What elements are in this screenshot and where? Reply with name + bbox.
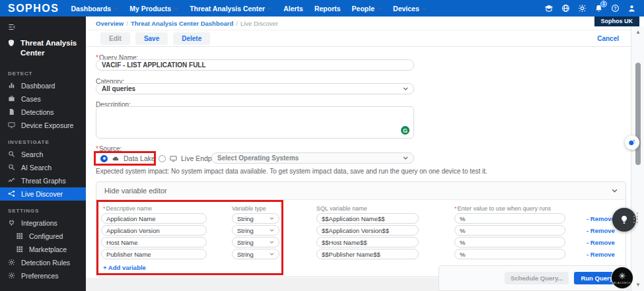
sidebar-item-preferences[interactable]: Preferences — [0, 269, 86, 282]
breadcrumb-current: Live Discover — [240, 20, 278, 27]
variable-value-input[interactable] — [454, 237, 565, 247]
sql-variable-name-input[interactable] — [316, 225, 419, 236]
breadcrumb-overview[interactable]: Overview — [96, 20, 124, 27]
sophos-logo: SOPHOS — [8, 3, 59, 15]
nav-threat-analysis-center[interactable]: Threat Analysis Center — [190, 5, 272, 13]
nav-right-icons: 1 ? — [544, 4, 644, 13]
nav-dashboards[interactable]: Dashboards — [71, 5, 118, 13]
document-icon — [7, 108, 15, 115]
help-icon[interactable]: ? — [610, 4, 620, 13]
widget-drag-handle[interactable] — [633, 212, 638, 223]
delete-button[interactable]: Delete — [173, 32, 210, 45]
edit-button[interactable]: Edit — [100, 32, 130, 45]
radio-unselected-icon[interactable] — [159, 155, 166, 162]
scrollbar-up-arrow[interactable]: ▲ — [634, 29, 642, 35]
variable-name-input[interactable] — [101, 237, 207, 247]
radio-selected-icon[interactable] — [100, 155, 108, 162]
feedback-lightbulb-icon[interactable] — [612, 208, 636, 232]
sidebar-section-investigate: INVESTIGATE — [0, 132, 86, 148]
sidebar-item-configured[interactable]: Configured — [0, 230, 86, 243]
category-select[interactable]: All queries — [96, 83, 414, 94]
search-icon — [7, 164, 15, 171]
training-icon[interactable] — [544, 4, 554, 13]
variable-editor-header[interactable]: Hide variable editor — [96, 182, 626, 200]
variable-name-input[interactable] — [101, 249, 207, 259]
sidebar-item-marketplace[interactable]: Marketplace — [0, 243, 86, 256]
bell-icon[interactable]: 1 — [594, 4, 603, 13]
sidebar-item-ai-search[interactable]: AI Search — [0, 161, 86, 174]
remove-variable-link[interactable]: - Remove — [587, 215, 615, 222]
variable-type-select[interactable]: String — [232, 237, 279, 247]
system-impact-text: Expected system impact: No system impact… — [96, 168, 487, 175]
cancel-link[interactable]: Cancel — [597, 35, 619, 42]
scrollbar-down-arrow[interactable]: ▼ — [634, 282, 642, 288]
chevron-down-icon — [269, 253, 274, 255]
collapse-menu-icon[interactable] — [0, 22, 86, 34]
nav-my-products[interactable]: My Products — [129, 5, 178, 13]
plug-icon — [7, 219, 15, 226]
chevron-down-icon — [174, 7, 178, 10]
breadcrumb-tac-dashboard[interactable]: Threat Analysis Center Dashboard — [131, 20, 233, 27]
sql-variable-name-input[interactable] — [316, 237, 419, 247]
globe-icon[interactable] — [561, 4, 570, 13]
variable-type-select[interactable]: String — [232, 249, 279, 259]
line-graph-icon — [7, 177, 15, 184]
remove-variable-link[interactable]: - Remove — [587, 239, 615, 246]
gear-icon[interactable] — [577, 4, 587, 13]
required-asterisk: * — [96, 145, 98, 152]
variable-type-select[interactable]: String — [232, 225, 279, 236]
sidebar-item-integrations[interactable]: Integrations — [0, 216, 86, 230]
sidebar-item-detection-rules[interactable]: Detection Rules — [0, 256, 86, 269]
query-name-input[interactable] — [96, 59, 414, 71]
add-variable-link[interactable]: + Add variable — [103, 264, 146, 271]
variable-name-input[interactable] — [101, 213, 207, 224]
column-descriptive-name: *Descriptive name — [103, 205, 152, 212]
nav-alerts[interactable]: Alerts — [283, 5, 303, 13]
nav-people[interactable]: People — [352, 5, 382, 13]
chevron-down-icon — [268, 7, 272, 10]
variable-value-input[interactable] — [454, 249, 565, 259]
grammarly-icon[interactable]: G — [401, 126, 410, 135]
tenant-badge: Sophos UK — [594, 16, 640, 26]
query-actions-bar: Schedule Query... Run Query — [439, 265, 627, 291]
sidebar-item-threat-graphs[interactable]: Threat Graphs — [0, 174, 86, 187]
sidebar-item-search[interactable]: Search — [0, 148, 86, 161]
variable-value-input[interactable] — [454, 213, 565, 224]
sidebar-section-detect: DETECT — [0, 63, 86, 79]
remove-variable-link[interactable]: - Remove — [587, 251, 615, 258]
chevron-down-icon — [114, 7, 118, 10]
variable-value-input[interactable] — [454, 225, 565, 236]
account-icon[interactable] — [627, 4, 636, 13]
svg-text:?: ? — [614, 6, 616, 11]
gear-icon — [7, 272, 15, 279]
sql-variable-name-input[interactable] — [316, 249, 419, 259]
sidebar-item-detections[interactable]: Detections — [0, 106, 86, 119]
operating-systems-select[interactable]: Select Operating Systems — [211, 152, 414, 164]
chevron-down-icon — [612, 189, 618, 193]
sql-variable-name-input[interactable] — [316, 213, 419, 224]
breadcrumb: Overview/Threat Analysis Center Dashboar… — [96, 20, 278, 27]
sidebar-item-cases[interactable]: Cases — [0, 92, 86, 106]
top-navigation: SOPHOS Dashboards My Products Threat Ana… — [0, 0, 644, 16]
assistant-widget[interactable] — [625, 135, 639, 150]
bar-chart-icon — [7, 82, 15, 89]
variable-type-select[interactable]: String — [232, 213, 279, 224]
schedule-query-button[interactable]: Schedule Query... — [505, 272, 569, 284]
chevron-down-icon — [403, 156, 408, 160]
column-variable-type: Variable type — [232, 205, 266, 212]
sidebar-item-live-discover[interactable]: Live Discover — [0, 187, 86, 201]
nav-reports[interactable]: Reports — [314, 5, 341, 13]
scrollbar-thumb[interactable] — [635, 63, 641, 165]
sidebar-section-settings: SETTINGS — [0, 201, 86, 216]
remove-variable-link[interactable]: - Remove — [587, 227, 615, 234]
source-option-data-lake[interactable]: Data Lake — [100, 152, 155, 164]
sidebar-item-dashboard[interactable]: Dashboard — [0, 79, 86, 92]
sidebar-item-device-exposure[interactable]: Device Exposure — [0, 119, 86, 132]
chevron-down-icon — [269, 241, 274, 243]
save-button[interactable]: Save — [135, 32, 168, 45]
grid-icon — [15, 245, 23, 253]
nav-devices[interactable]: Devices — [393, 5, 427, 13]
variable-name-input[interactable] — [101, 225, 207, 236]
description-textarea[interactable]: G — [96, 106, 414, 139]
blackbox-extension-badge[interactable]: BLACKBOX — [611, 267, 633, 289]
